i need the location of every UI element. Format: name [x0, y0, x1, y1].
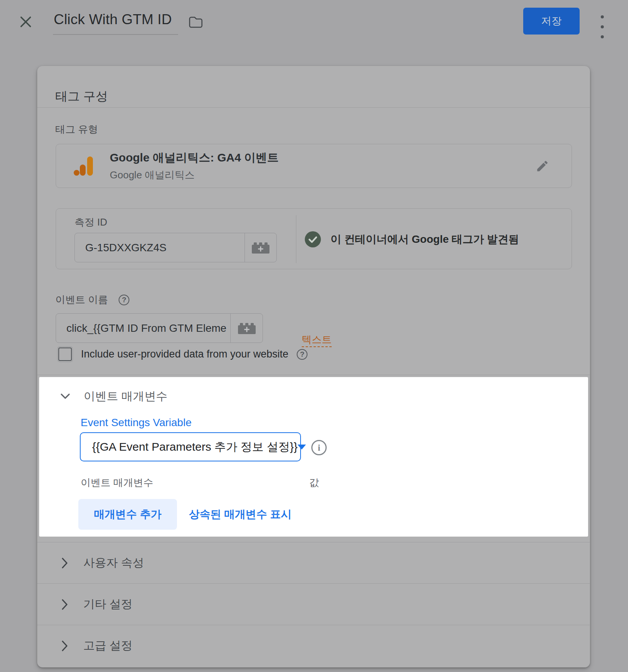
divider: [37, 107, 590, 108]
event-parameters-header[interactable]: 이벤트 매개변수: [61, 389, 167, 404]
esv-dropdown[interactable]: {{GA Event Parameters 추가 정보 설정}}: [80, 432, 301, 461]
section-other-settings[interactable]: 기타 설정: [37, 583, 590, 625]
divider: [37, 375, 590, 375]
measurement-id-box: 측정 ID G-15DXXGKZ4S 이 컨테이너에서: [56, 208, 572, 269]
ga4-icon: [73, 155, 94, 177]
variable-brick-icon[interactable]: [230, 314, 263, 343]
measurement-id-label: 측정 ID: [74, 216, 107, 229]
event-parameters-title: 이벤트 매개변수: [84, 389, 167, 404]
event-parameters-section: 이벤트 매개변수 Event Settings Variable {{GA Ev…: [39, 377, 588, 537]
tag-type-vendor: Google 애널리틱스: [110, 168, 279, 182]
card-title: 태그 구성: [55, 88, 108, 105]
user-data-checkbox[interactable]: [58, 348, 72, 361]
divider: [296, 215, 296, 263]
section-label: 기타 설정: [83, 596, 132, 612]
event-name-label: 이벤트 이름: [55, 293, 108, 306]
status-text: 이 컨테이너에서 Google 태그가 발견됨: [331, 232, 519, 247]
tag-configuration-card: 태그 구성 태그 유형 Google 애널리틱스: GA4 이벤트 Google…: [37, 66, 590, 667]
text-annotation: 텍스트: [302, 334, 332, 347]
user-data-checkbox-label: Include user-provided data from your web…: [81, 348, 288, 360]
param-column-header: 이벤트 매개변수: [81, 476, 153, 489]
event-name-input[interactable]: click_{{GTM ID From GTM Eleme: [56, 313, 263, 343]
section-advanced-settings[interactable]: 고급 설정: [37, 625, 590, 666]
info-icon[interactable]: i: [311, 440, 327, 455]
tag-type-label: 태그 유형: [55, 123, 98, 136]
chevron-right-icon: [62, 599, 68, 610]
top-bar: Click With GTM ID 저장: [0, 0, 628, 41]
chevron-right-icon: [62, 641, 68, 651]
esv-label: Event Settings Variable: [81, 417, 192, 429]
edit-pencil-icon[interactable]: [535, 159, 549, 173]
help-icon[interactable]: ?: [119, 295, 129, 305]
value-column-header: 값: [309, 476, 319, 489]
kebab-menu-icon[interactable]: [599, 15, 606, 38]
section-user-properties[interactable]: 사용자 속성: [37, 542, 590, 583]
tag-name-title[interactable]: Click With GTM ID: [54, 12, 179, 30]
save-button[interactable]: 저장: [523, 8, 580, 35]
event-name-value[interactable]: click_{{GTM ID From GTM Eleme: [56, 314, 230, 343]
title-underline: [53, 34, 178, 35]
chevron-right-icon: [62, 558, 68, 568]
tag-type-selector[interactable]: Google 애널리틱스: GA4 이벤트 Google 애널리틱스: [56, 144, 572, 188]
close-icon[interactable]: [18, 15, 33, 29]
google-tag-found-status: 이 컨테이너에서 Google 태그가 발견됨: [305, 209, 519, 270]
measurement-id-value[interactable]: G-15DXXGKZ4S: [75, 233, 245, 262]
show-inherited-link[interactable]: 상속된 매개변수 표시: [189, 499, 292, 530]
check-circle-icon: [305, 231, 321, 247]
help-icon[interactable]: ?: [297, 349, 307, 360]
dropdown-caret-icon: [297, 445, 306, 450]
folder-icon[interactable]: [188, 16, 203, 28]
section-label: 고급 설정: [83, 638, 132, 654]
variable-brick-icon[interactable]: [245, 233, 276, 262]
esv-selected-value: {{GA Event Parameters 추가 정보 설정}}: [92, 439, 297, 455]
chevron-down-icon: [61, 394, 70, 399]
measurement-id-input[interactable]: G-15DXXGKZ4S: [74, 233, 277, 262]
tag-type-name: Google 애널리틱스: GA4 이벤트: [110, 150, 279, 166]
section-label: 사용자 속성: [83, 555, 144, 571]
add-parameter-button[interactable]: 매개변수 추가: [78, 499, 177, 530]
